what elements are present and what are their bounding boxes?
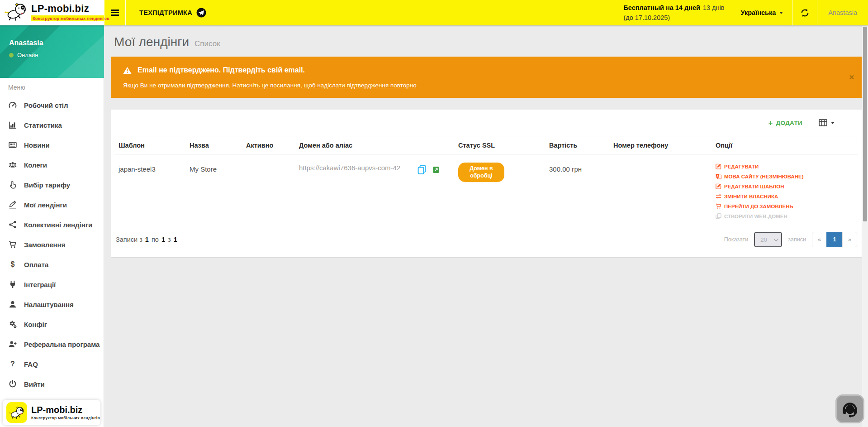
app-logo[interactable]: LP-mobi.biz Конструктор мобильных лендин… [0,0,104,25]
sidebar-item-orders[interactable]: Замовлення [0,235,104,254]
chevron-down-icon [831,122,835,124]
resend-confirmation-link[interactable]: Натисніть це посилання, щоб надіслати пі… [232,82,417,89]
pagination-prev-button[interactable]: « [812,232,827,247]
sidebar-menu: Робочий стіл Статистика Новини Колеги Ви… [0,95,104,394]
sidebar-footer-logo[interactable]: LP-mobi.biz Конструктор мобільних лендін… [3,400,100,425]
warning-triangle-icon [123,67,132,74]
sidebar-item-statistics[interactable]: Статистика [0,115,104,135]
telegram-icon [196,8,206,18]
sidebar-item-tariff[interactable]: Вибір тарифу [0,175,104,195]
sidebar-user-panel: Anastasia Онлайн [0,25,104,78]
option-edit[interactable]: РЕДАГУВАТИ [716,163,854,169]
sidebar-item-logout[interactable]: Вийти [0,374,104,394]
plug-icon [8,280,17,288]
cell-price: 300.00 грн [545,154,610,228]
sidebar-item-integrations[interactable]: Інтеграції [0,274,104,294]
dashboard-icon [8,101,17,109]
plus-icon: + [768,119,773,127]
tech-support-button[interactable]: ТЕХПІДТРИМКА [126,0,220,25]
page-size-select[interactable]: 20 [754,232,782,247]
pagination-page-1-button[interactable]: 1 [826,232,843,247]
copy-button[interactable] [417,165,427,174]
page-header: Мої лендінги Список [111,25,862,57]
option-site-language[interactable]: A МОВА САЙТУ (НЕЗМІНЮВАНЕ) [716,173,854,179]
sidebar-toggle-button[interactable] [104,0,126,25]
pagination-next-button[interactable]: » [842,232,857,247]
row-options: РЕДАГУВАТИ A МОВА САЙТУ (НЕЗМІНЮВАНЕ) РЕ… [716,163,854,219]
clone-icon [716,213,721,219]
scrollbar-thumb[interactable] [863,27,867,221]
option-edit-template[interactable]: РЕДАГУВАТИ ШАБЛОН [716,183,854,189]
sidebar-user-status: Онлайн [17,52,38,58]
page-subtitle: Список [194,39,220,48]
banner-close-button[interactable]: ✕ [849,74,854,81]
scrollbar[interactable] [862,25,868,427]
sidebar-item-faq[interactable]: ? FAQ [0,354,104,374]
user-icon [8,300,17,308]
top-bar: LP-mobi.biz Конструктор мобильных лендин… [0,0,868,25]
sidebar-item-label: Колективні лендінги [24,221,92,229]
user-menu[interactable]: Anastasia [817,0,868,25]
hand-pointer-icon [8,181,17,189]
landings-card: + ДОДАТИ Шаблон Назва Активно Доме [111,110,862,257]
option-go-to-orders[interactable]: ПЕРЕЙТИ ДО ЗАМОВЛЕНЬ [716,203,854,209]
column-header-name: Назва [186,136,242,154]
sidebar-item-label: Інтеграції [24,281,56,288]
language-select[interactable]: Українська [732,0,792,25]
domain-input[interactable] [299,164,411,175]
column-header-price: Вартість [545,136,610,154]
sidebar-item-collective-landings[interactable]: Колективні лендінги [0,215,104,235]
trial-days-left: 13 днів [703,4,725,11]
sidebar-item-label: Налаштування [24,301,74,308]
logo-title: LP-mobi.biz [31,3,89,14]
online-status-icon [9,53,14,58]
table-row: japan-steel3 My Store [115,154,858,228]
topbar-spacer [220,0,623,25]
sidebar-item-referral[interactable]: Реферальна програма [0,334,104,354]
page-title: Мої лендінги [114,35,189,49]
column-header-ssl: Статус SSL [455,136,545,154]
option-change-owner[interactable]: ЗМІНИТИ ВЛАСНИКА [716,193,854,199]
support-chat-button[interactable] [835,394,864,423]
edit-icon [716,183,721,189]
support-label: ТЕХПІДТРИМКА [139,9,192,16]
close-icon: ✕ [849,73,854,81]
sidebar-item-news[interactable]: Новини [0,135,104,155]
banner-title: Email не підтверджено. Підтвердіть свій … [138,66,305,74]
menu-section-label: Меню [0,78,104,95]
footer-logo-title: LP-mobi.biz [31,405,100,415]
sidebar-item-label: FAQ [24,360,38,368]
sidebar-item-label: Колеги [24,161,47,169]
trial-info: Бесплатный на 14 дней13 днів (до 17.10.2… [623,0,731,25]
column-header-active: Активно [242,136,295,154]
sidebar-item-label: Конфіг [24,321,47,328]
page-size-value: 20 [760,236,767,243]
open-site-button[interactable] [432,166,440,173]
sidebar-item-my-landings[interactable]: Мої лендінги [0,195,104,215]
bar-chart-icon [8,121,17,129]
sidebar-item-settings[interactable]: Налаштування [0,294,104,314]
table-view-button[interactable] [819,119,835,126]
sidebar-item-config[interactable]: Конфіг [0,314,104,334]
card-toolbar: + ДОДАТИ [115,110,858,136]
sidebar: Anastasia Онлайн Меню Робочий стіл Стати… [0,25,104,427]
cart-icon [716,203,721,209]
sidebar-item-colleagues[interactable]: Колеги [0,155,104,175]
exchange-icon [716,193,721,199]
add-landing-button[interactable]: + ДОДАТИ [768,119,802,127]
hamburger-icon [111,10,119,11]
language-icon: A [716,173,721,179]
pagination: « 1 » [812,232,857,247]
sidebar-item-label: Оплата [24,261,48,269]
question-icon: ? [8,360,17,368]
sidebar-item-payment[interactable]: $ Оплата [0,254,104,274]
show-label: Показати [724,236,749,243]
records-info: Записи з 1 по 1 з 1 [116,236,178,243]
grid-icon [819,119,827,126]
cell-name: My Store [186,154,242,228]
refresh-button[interactable] [792,0,817,25]
sidebar-item-label: Мої лендінги [24,201,67,209]
landings-table: Шаблон Назва Активно Домен або аліас Ста… [115,136,858,227]
sidebar-item-dashboard[interactable]: Робочий стіл [0,95,104,115]
dollar-icon: $ [8,260,17,269]
